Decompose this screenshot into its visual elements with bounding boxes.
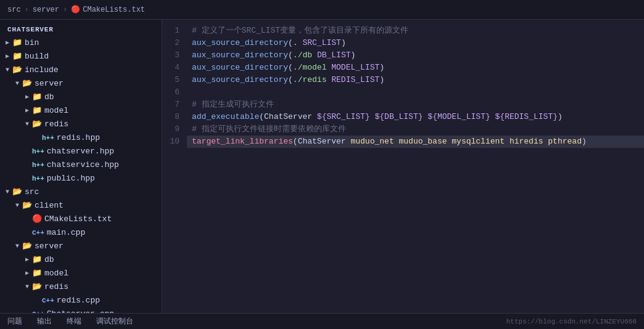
tree-label-public-hpp: public.hpp bbox=[47, 174, 95, 183]
status-bar: 问题输出终端调试控制台 https://blog.csdn.net/LINZEY… bbox=[0, 313, 644, 329]
tree-item-model-src[interactable]: ▶📁model bbox=[0, 266, 162, 280]
breadcrumb-file: CMakeLists.txt bbox=[83, 6, 145, 14]
breadcrumb-server: server bbox=[33, 6, 59, 14]
tree-item-bin[interactable]: ▶📁bin bbox=[0, 36, 162, 49]
folder-open-icon: 📂 bbox=[22, 200, 32, 210]
chevron-redis: ▼ bbox=[22, 121, 32, 128]
line-num-4: 4 bbox=[162, 62, 187, 74]
tree-item-chatserver-cpp[interactable]: C++Chatserver.cpp bbox=[0, 307, 162, 313]
chevron-src: ▼ bbox=[2, 189, 12, 195]
status-tab-输出[interactable]: 输出 bbox=[35, 316, 54, 327]
tree-item-cmake-client[interactable]: 🔴CMakeLists.txt bbox=[0, 212, 162, 225]
tree-label-client: client bbox=[35, 201, 64, 210]
line-num-6: 6 bbox=[162, 86, 187, 99]
tree-item-db-src[interactable]: ▶📁db bbox=[0, 253, 162, 266]
line-num-1: 1 bbox=[162, 25, 187, 37]
tree-label-redis: redis bbox=[44, 120, 68, 129]
editor-area: 12345678910 # 定义了一个SRC_LIST变量，包含了该目录下所有的… bbox=[162, 20, 644, 313]
line-num-3: 3 bbox=[162, 49, 187, 62]
code-line-6 bbox=[187, 86, 644, 99]
tree-item-include[interactable]: ▼📂include bbox=[0, 63, 162, 76]
folder-open-icon: 📂 bbox=[22, 78, 32, 88]
hpp-icon: h++ bbox=[32, 160, 44, 169]
tree-item-redis-src[interactable]: ▼📂redis bbox=[0, 280, 162, 293]
chevron-include: ▼ bbox=[2, 67, 12, 73]
folder-src-icon: 📂 bbox=[12, 187, 22, 197]
tree-label-chatserver-hpp: chatserver.hpp bbox=[47, 147, 114, 156]
chevron-model: ▶ bbox=[22, 107, 32, 114]
folder-icon: 📁 bbox=[32, 268, 42, 278]
breadcrumb-src: src bbox=[7, 6, 21, 14]
folder-icon: 📁 bbox=[32, 105, 42, 115]
tree-item-public-hpp[interactable]: h++public.hpp bbox=[0, 171, 162, 185]
tree-label-redis-cpp: redis.cpp bbox=[57, 296, 100, 305]
hpp-icon: h++ bbox=[42, 133, 54, 142]
chevron-redis-src: ▼ bbox=[22, 283, 32, 290]
chevron-db: ▶ bbox=[22, 93, 32, 100]
tree-label-src: src bbox=[25, 187, 39, 197]
breadcrumb-sep2: › bbox=[63, 6, 67, 14]
tree-item-main-cpp[interactable]: C++main.cpp bbox=[0, 225, 162, 239]
chevron-build: ▶ bbox=[2, 52, 12, 60]
line-num-10: 10 bbox=[162, 136, 187, 148]
cmake-file-icon: 🔴 bbox=[71, 5, 80, 14]
folder-icon: 📁 bbox=[12, 51, 22, 61]
status-tab-终端[interactable]: 终端 bbox=[64, 316, 84, 327]
line-num-8: 8 bbox=[162, 111, 187, 123]
chevron-db-src: ▶ bbox=[22, 256, 32, 263]
status-tab-调试控制台[interactable]: 调试控制台 bbox=[94, 316, 136, 327]
breadcrumb-sep1: › bbox=[25, 6, 29, 14]
hpp-icon: h++ bbox=[32, 147, 44, 156]
tree-item-model[interactable]: ▶📁model bbox=[0, 104, 162, 117]
cpp-icon: C++ bbox=[32, 228, 44, 237]
folder-open-icon: 📂 bbox=[12, 65, 22, 75]
file-tree: ▶📁bin▶📁build▼📂include▼📂server▶📁db▶📁model… bbox=[0, 36, 162, 313]
folder-icon: 📁 bbox=[32, 92, 42, 102]
folder-icon: 📁 bbox=[32, 254, 42, 264]
line-num-9: 9 bbox=[162, 123, 187, 136]
tree-label-model-src: model bbox=[44, 269, 68, 278]
tree-item-server-src[interactable]: ▼📂server bbox=[0, 239, 162, 253]
tree-label-build: build bbox=[25, 52, 49, 61]
tree-label-model: model bbox=[44, 106, 68, 115]
tree-item-chatserver-hpp[interactable]: h++chatserver.hpp bbox=[0, 144, 162, 158]
chevron-bin: ▶ bbox=[2, 39, 12, 46]
code-line-4: aux_source_directory(./model MODEL_LIST) bbox=[187, 62, 644, 74]
tree-label-cmake-client: CMakeLists.txt bbox=[44, 214, 112, 224]
line-num-2: 2 bbox=[162, 37, 187, 49]
tree-item-redis-cpp[interactable]: C++redis.cpp bbox=[0, 293, 162, 307]
tree-label-include: include bbox=[25, 65, 59, 75]
tree-item-db[interactable]: ▶📁db bbox=[0, 90, 162, 104]
status-tab-问题[interactable]: 问题 bbox=[5, 316, 25, 327]
tree-item-chatservice-hpp[interactable]: h++chatservice.hpp bbox=[0, 158, 162, 171]
file-explorer: CHATSERVER ▶📁bin▶📁build▼📂include▼📂server… bbox=[0, 20, 162, 313]
cpp-icon: C++ bbox=[42, 296, 54, 305]
code-line-10: target_link_libraries(ChatServer muduo_n… bbox=[187, 136, 644, 148]
explorer-title: CHATSERVER bbox=[0, 22, 162, 36]
code-line-2: aux_source_directory(. SRC_LIST) bbox=[187, 37, 644, 49]
tree-item-build[interactable]: ▶📁build bbox=[0, 49, 162, 63]
tree-label-server-src: server bbox=[35, 242, 64, 251]
tree-label-bin: bin bbox=[25, 38, 39, 47]
status-url: https://blog.csdn.net/LINZEYU666 bbox=[506, 318, 644, 325]
tree-item-src[interactable]: ▼📂src bbox=[0, 185, 162, 198]
line-numbers: 12345678910 bbox=[162, 20, 187, 313]
line-num-7: 7 bbox=[162, 99, 187, 111]
chevron-server: ▼ bbox=[12, 80, 22, 87]
folder-open-icon: 📂 bbox=[32, 119, 42, 129]
tree-item-redis[interactable]: ▼📂redis bbox=[0, 117, 162, 131]
tree-item-redis-hpp[interactable]: h++redis.hpp bbox=[0, 131, 162, 144]
tree-item-client[interactable]: ▼📂client bbox=[0, 198, 162, 212]
status-tabs: 问题输出终端调试控制台 bbox=[0, 316, 141, 327]
tree-label-chatservice-hpp: chatservice.hpp bbox=[47, 160, 119, 169]
chevron-model-src: ▶ bbox=[22, 269, 32, 277]
tree-label-main-cpp: main.cpp bbox=[47, 228, 85, 237]
code-line-9: # 指定可执行文件链接时需要依赖的库文件 bbox=[187, 123, 644, 136]
hpp-icon: h++ bbox=[32, 174, 44, 183]
folder-icon: 📁 bbox=[12, 38, 22, 47]
tree-item-server[interactable]: ▼📂server bbox=[0, 76, 162, 90]
editor-content: 12345678910 # 定义了一个SRC_LIST变量，包含了该目录下所有的… bbox=[162, 20, 644, 313]
code-lines[interactable]: # 定义了一个SRC_LIST变量，包含了该目录下所有的源文件aux_sourc… bbox=[187, 20, 644, 313]
tree-label-db: db bbox=[44, 92, 54, 102]
line-num-5: 5 bbox=[162, 74, 187, 86]
